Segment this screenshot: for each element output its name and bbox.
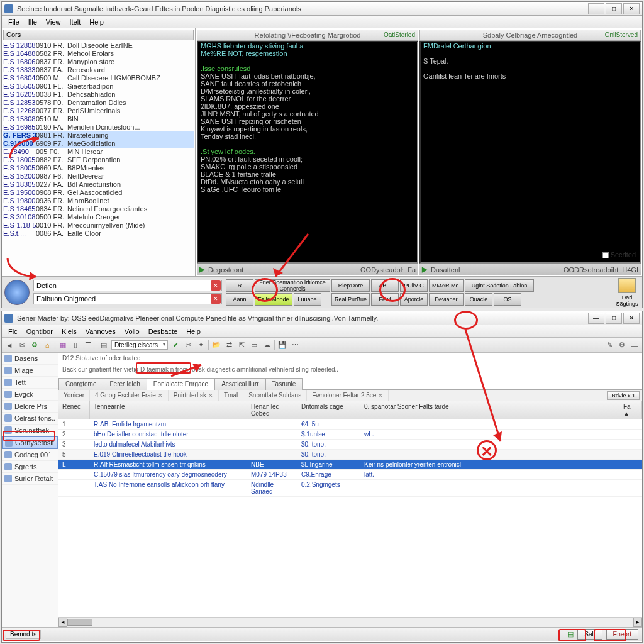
- btn-os[interactable]: OS: [494, 293, 521, 306]
- play-icon[interactable]: ▶: [422, 265, 427, 274]
- sub-tab[interactable]: Tmal: [219, 390, 243, 401]
- btn-mmar[interactable]: MMAR Me.: [429, 279, 464, 292]
- clear-icon[interactable]: ✕: [211, 280, 221, 291]
- info-icon[interactable]: [4, 280, 30, 305]
- sidebar-item[interactable]: Dasens: [2, 353, 58, 365]
- btn-conneds[interactable]: Frier Soemantioo Irtilomce Connerels: [255, 279, 330, 292]
- menu-desbacte[interactable]: Desbacte: [145, 326, 181, 336]
- status-left[interactable]: Bemnd ts: [6, 630, 41, 639]
- log-row[interactable]: E.S 169850190 FA.Mendlen Dcnutesloon...: [3, 123, 194, 131]
- settings-button[interactable]: Dari S8gtings: [614, 278, 640, 307]
- btn-fewl[interactable]: Fewl: [371, 293, 399, 306]
- sub-tab[interactable]: Fwnolonar Feltar 2 5ce ✕: [307, 390, 389, 401]
- play-icon[interactable]: ▶: [199, 265, 204, 274]
- table-row[interactable]: 1R.AB. Emlide Irgamentzm€4. 5u: [58, 419, 642, 430]
- table-row[interactable]: T.AS No Infernone eansolls aMickoon orh …: [58, 480, 642, 497]
- sidebar-item[interactable]: Gornysetbslt: [2, 436, 58, 449]
- log-row[interactable]: E.S 164880582 FR.Mehool Erolars: [3, 50, 194, 58]
- log-row[interactable]: E.S 152000987 F6.NeilDeerear: [3, 172, 194, 180]
- close-button[interactable]: ✕: [623, 313, 640, 324]
- table-row[interactable]: 3ledto dulmafecel Atabilarhivts$0. tono.: [58, 440, 642, 450]
- sidebar-item[interactable]: Celrast tons..: [2, 413, 58, 425]
- column-header[interactable]: Henanllec Cobed: [247, 401, 297, 419]
- btn-abl[interactable]: ABL.: [371, 279, 399, 292]
- menu-view[interactable]: View: [42, 17, 65, 26]
- minimize-button[interactable]: —: [588, 3, 604, 14]
- log-row[interactable]: E.S 122680077 FR.PerlSUmicerinals: [3, 107, 194, 115]
- menu-help2[interactable]: Help: [182, 326, 204, 336]
- sidebar-item[interactable]: Codacg 001: [2, 449, 58, 461]
- btn-r[interactable]: R: [226, 279, 253, 292]
- save-button[interactable]: Salt: [577, 629, 602, 640]
- tool-swap-icon[interactable]: ⇄: [224, 340, 234, 350]
- log-row[interactable]: E.S 155050901 FL.Siaetsrbadipon: [3, 82, 194, 91]
- tool-doc-icon[interactable]: ▯: [70, 340, 80, 350]
- sub-tab[interactable]: 4 Gnog Escluler Fraie ✕: [90, 390, 169, 401]
- tab[interactable]: Eonialeate Enrgace: [147, 378, 215, 390]
- minimize-button[interactable]: —: [588, 313, 604, 324]
- terminal-2[interactable]: FMDralel Certhangion S Tepal. Oanfilst l…: [419, 41, 641, 264]
- log-list[interactable]: Cors E.S 128080910 FR.Doll Diseoote EarI…: [2, 28, 196, 276]
- log-row[interactable]: E.S 128080910 FR.Doll Diseoote EarINE: [3, 42, 194, 50]
- data-grid[interactable]: RenecTennearnleHenanllec CobedDntomals c…: [58, 401, 642, 617]
- menu-ille[interactable]: Ille: [25, 17, 41, 26]
- tool-collapse-icon[interactable]: —: [630, 340, 640, 350]
- sidebar-item[interactable]: Surler Rotalt: [2, 473, 58, 485]
- view-combo[interactable]: Dterlieg elscars: [111, 340, 168, 350]
- menu-kiels[interactable]: Kiels: [58, 326, 80, 336]
- table-row[interactable]: C.15079 slas Itmurorendy oary degrnosneo…: [58, 470, 642, 480]
- sidebar-item[interactable]: Evgck: [2, 389, 58, 401]
- tool-more-icon[interactable]: ⋯: [290, 340, 300, 350]
- column-header[interactable]: Dntomals cage: [297, 401, 360, 419]
- menu-file[interactable]: File: [4, 17, 23, 26]
- menu-fic[interactable]: Fic: [4, 326, 21, 336]
- column-header[interactable]: Tennearnle: [90, 401, 247, 419]
- tab[interactable]: Tasrunle: [265, 378, 303, 390]
- sidebar-item[interactable]: Tett: [2, 377, 58, 389]
- scroll-left-icon[interactable]: ◄: [58, 618, 67, 627]
- log-row[interactable]: E.S 301080500 FR.Matelulo Creoger: [3, 213, 194, 221]
- status-doc-icon[interactable]: ▤: [567, 630, 574, 638]
- tool-check-icon[interactable]: ✔: [170, 340, 180, 350]
- log-row[interactable]: C.9180006909 F7.MaeGodiclation: [3, 140, 194, 148]
- tool-export-icon[interactable]: ⇱: [236, 340, 247, 350]
- btn-riepdore[interactable]: Riep'Dore: [331, 279, 370, 292]
- log-row[interactable]: E.S 128530578 F0.Dentamation Ddles: [3, 99, 194, 107]
- log-row[interactable]: E.S 198000936 FR.MjamBooiinet: [3, 197, 194, 205]
- exit-button[interactable]: Eneort: [606, 629, 638, 640]
- tab[interactable]: Ferer Idleh: [103, 378, 147, 390]
- tool-gear-icon[interactable]: ⚙: [617, 340, 627, 350]
- h-scrollbar[interactable]: ◄ ►: [58, 617, 642, 627]
- log-row[interactable]: E.S 158080510 M.BlN: [3, 115, 194, 123]
- btn-ouacle[interactable]: Ouacle: [465, 293, 492, 306]
- column-header[interactable]: 0. spanotar Sconer Falts tarde: [360, 401, 619, 419]
- column-header[interactable]: Renec: [58, 401, 90, 419]
- log-row[interactable]: E.S 183050227 FA.Bdl Anieoturistion: [3, 180, 194, 189]
- sub-tab[interactable]: Yonicer: [58, 390, 90, 401]
- sub-tab[interactable]: Pnirtnled sk ✕: [169, 390, 219, 401]
- btn-puliv[interactable]: PUliV C: [400, 279, 428, 292]
- log-row[interactable]: E.S 133330837 FA.Rerosoloard: [3, 66, 194, 74]
- tool-sheet-icon[interactable]: ▤: [99, 340, 109, 350]
- tool-db-icon[interactable]: ☁: [262, 340, 272, 350]
- sidebar-item[interactable]: Mlage: [2, 365, 58, 377]
- terminal-1[interactable]: MGHS liebnter dany stiving faul aMe%RE N…: [197, 41, 418, 264]
- maximize-button[interactable]: □: [606, 313, 622, 324]
- close-button[interactable]: ✕: [623, 3, 640, 14]
- log-row[interactable]: E.S 168040500 M.Call Dlsecere LIGM0BBOMB…: [3, 74, 194, 82]
- menu-itelt[interactable]: Itelt: [65, 17, 84, 26]
- tab[interactable]: Conrgtome: [58, 378, 103, 390]
- tool-cut-icon[interactable]: ✂: [183, 340, 193, 350]
- btn-luuabe[interactable]: Luuabe: [294, 293, 321, 306]
- log-row[interactable]: G. FERS 30981 FR.Nirateteuaing: [3, 131, 194, 140]
- tool-refresh-icon[interactable]: ♻: [30, 340, 40, 350]
- btn-falle-moode[interactable]: Falle Moode: [255, 293, 292, 306]
- table-row[interactable]: 2bHo De iafler conristact tdle oloter$.1…: [58, 430, 642, 440]
- tool-wand-icon[interactable]: ✦: [196, 340, 206, 350]
- menu-vannoves[interactable]: Vannoves: [82, 326, 119, 336]
- column-header[interactable]: Fa ▲: [619, 401, 642, 419]
- tool-stack-icon[interactable]: ☰: [83, 340, 93, 350]
- log-row[interactable]: E.S 180050860 FA.B8PMtenles: [3, 164, 194, 172]
- tool-screen-icon[interactable]: ▭: [249, 340, 259, 350]
- tab[interactable]: Acsatical liurr: [214, 378, 265, 390]
